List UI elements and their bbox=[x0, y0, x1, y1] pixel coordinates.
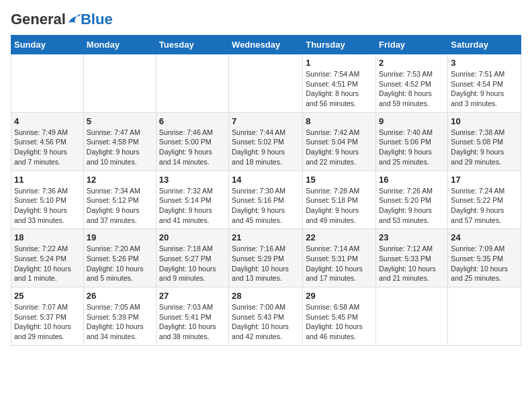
calendar-cell: 4Sunrise: 7:49 AM Sunset: 4:56 PM Daylig… bbox=[11, 112, 84, 171]
calendar-header-row: SundayMondayTuesdayWednesdayThursdayFrid… bbox=[11, 36, 521, 54]
header-saturday: Saturday bbox=[448, 36, 521, 54]
calendar-cell bbox=[229, 54, 303, 113]
calendar-cell: 17Sunrise: 7:24 AM Sunset: 5:22 PM Dayli… bbox=[448, 171, 521, 229]
day-number: 1 bbox=[306, 58, 373, 68]
day-number: 17 bbox=[451, 175, 518, 185]
calendar-cell: 7Sunrise: 7:44 AM Sunset: 5:02 PM Daylig… bbox=[229, 112, 303, 171]
calendar-cell bbox=[448, 287, 521, 346]
calendar-cell: 1Sunrise: 7:54 AM Sunset: 4:51 PM Daylig… bbox=[303, 54, 376, 113]
day-number: 19 bbox=[87, 232, 153, 242]
calendar-cell: 12Sunrise: 7:34 AM Sunset: 5:12 PM Dayli… bbox=[83, 171, 156, 229]
calendar-cell bbox=[11, 54, 84, 113]
calendar-cell: 27Sunrise: 7:03 AM Sunset: 5:41 PM Dayli… bbox=[156, 287, 228, 346]
day-info: Sunrise: 7:34 AM Sunset: 5:12 PM Dayligh… bbox=[87, 186, 153, 226]
day-number: 8 bbox=[306, 116, 373, 126]
day-number: 23 bbox=[379, 232, 445, 242]
calendar-cell: 29Sunrise: 6:58 AM Sunset: 5:45 PM Dayli… bbox=[303, 287, 376, 346]
header-thursday: Thursday bbox=[303, 36, 376, 54]
day-info: Sunrise: 7:51 AM Sunset: 4:54 PM Dayligh… bbox=[451, 69, 518, 109]
calendar-cell bbox=[156, 54, 228, 113]
day-info: Sunrise: 7:53 AM Sunset: 4:52 PM Dayligh… bbox=[379, 69, 445, 109]
day-number: 16 bbox=[379, 175, 445, 185]
day-number: 5 bbox=[87, 116, 153, 126]
day-number: 27 bbox=[159, 291, 226, 301]
calendar-cell: 23Sunrise: 7:12 AM Sunset: 5:33 PM Dayli… bbox=[376, 229, 448, 287]
day-info: Sunrise: 7:14 AM Sunset: 5:31 PM Dayligh… bbox=[306, 244, 373, 283]
day-info: Sunrise: 7:00 AM Sunset: 5:43 PM Dayligh… bbox=[232, 302, 300, 342]
logo: General Blue bbox=[11, 11, 113, 28]
calendar-cell: 28Sunrise: 7:00 AM Sunset: 5:43 PM Dayli… bbox=[229, 287, 303, 346]
day-info: Sunrise: 7:09 AM Sunset: 5:35 PM Dayligh… bbox=[451, 244, 518, 283]
logo-blue: Blue bbox=[81, 11, 113, 28]
day-number: 21 bbox=[232, 232, 300, 242]
day-info: Sunrise: 7:28 AM Sunset: 5:18 PM Dayligh… bbox=[306, 186, 373, 226]
day-info: Sunrise: 7:07 AM Sunset: 5:37 PM Dayligh… bbox=[14, 302, 81, 342]
day-info: Sunrise: 7:36 AM Sunset: 5:10 PM Dayligh… bbox=[14, 186, 81, 226]
calendar-cell: 8Sunrise: 7:42 AM Sunset: 5:04 PM Daylig… bbox=[303, 112, 376, 171]
day-number: 7 bbox=[232, 116, 300, 126]
day-number: 14 bbox=[232, 175, 300, 185]
calendar-cell: 24Sunrise: 7:09 AM Sunset: 5:35 PM Dayli… bbox=[448, 229, 521, 287]
day-info: Sunrise: 7:16 AM Sunset: 5:29 PM Dayligh… bbox=[232, 244, 300, 283]
header-tuesday: Tuesday bbox=[156, 36, 228, 54]
header-wednesday: Wednesday bbox=[229, 36, 303, 54]
page-header: General Blue bbox=[11, 11, 521, 28]
header-friday: Friday bbox=[376, 36, 448, 54]
day-number: 3 bbox=[451, 58, 518, 68]
calendar-week-row: 1Sunrise: 7:54 AM Sunset: 4:51 PM Daylig… bbox=[11, 54, 521, 113]
calendar-table: SundayMondayTuesdayWednesdayThursdayFrid… bbox=[11, 35, 521, 346]
day-number: 9 bbox=[379, 116, 445, 126]
day-info: Sunrise: 7:12 AM Sunset: 5:33 PM Dayligh… bbox=[379, 244, 445, 283]
day-info: Sunrise: 7:05 AM Sunset: 5:39 PM Dayligh… bbox=[87, 302, 153, 342]
calendar-week-row: 11Sunrise: 7:36 AM Sunset: 5:10 PM Dayli… bbox=[11, 171, 521, 229]
day-info: Sunrise: 7:20 AM Sunset: 5:26 PM Dayligh… bbox=[87, 244, 153, 283]
calendar-cell: 9Sunrise: 7:40 AM Sunset: 5:06 PM Daylig… bbox=[376, 112, 448, 171]
logo-general: General bbox=[11, 11, 66, 28]
calendar-cell: 10Sunrise: 7:38 AM Sunset: 5:08 PM Dayli… bbox=[448, 112, 521, 171]
day-info: Sunrise: 7:22 AM Sunset: 5:24 PM Dayligh… bbox=[14, 244, 81, 283]
day-number: 28 bbox=[232, 291, 300, 301]
day-info: Sunrise: 7:42 AM Sunset: 5:04 PM Dayligh… bbox=[306, 128, 373, 167]
calendar-week-row: 25Sunrise: 7:07 AM Sunset: 5:37 PM Dayli… bbox=[11, 287, 521, 346]
header-sunday: Sunday bbox=[11, 36, 84, 54]
day-number: 26 bbox=[87, 291, 153, 301]
header-monday: Monday bbox=[83, 36, 156, 54]
day-info: Sunrise: 7:38 AM Sunset: 5:08 PM Dayligh… bbox=[451, 128, 518, 167]
day-number: 2 bbox=[379, 58, 445, 68]
day-number: 6 bbox=[159, 116, 226, 126]
day-number: 4 bbox=[14, 116, 81, 126]
day-number: 20 bbox=[159, 232, 226, 242]
day-info: Sunrise: 7:44 AM Sunset: 5:02 PM Dayligh… bbox=[232, 128, 300, 167]
day-info: Sunrise: 7:49 AM Sunset: 4:56 PM Dayligh… bbox=[14, 128, 81, 167]
calendar-week-row: 18Sunrise: 7:22 AM Sunset: 5:24 PM Dayli… bbox=[11, 229, 521, 287]
day-info: Sunrise: 7:26 AM Sunset: 5:20 PM Dayligh… bbox=[379, 186, 445, 226]
day-info: Sunrise: 6:58 AM Sunset: 5:45 PM Dayligh… bbox=[306, 302, 373, 342]
day-info: Sunrise: 7:40 AM Sunset: 5:06 PM Dayligh… bbox=[379, 128, 445, 167]
day-info: Sunrise: 7:32 AM Sunset: 5:14 PM Dayligh… bbox=[159, 186, 226, 226]
calendar-cell: 15Sunrise: 7:28 AM Sunset: 5:18 PM Dayli… bbox=[303, 171, 376, 229]
day-number: 24 bbox=[451, 232, 518, 242]
day-info: Sunrise: 7:24 AM Sunset: 5:22 PM Dayligh… bbox=[451, 186, 518, 226]
day-info: Sunrise: 7:18 AM Sunset: 5:27 PM Dayligh… bbox=[159, 244, 226, 283]
calendar-cell: 5Sunrise: 7:47 AM Sunset: 4:58 PM Daylig… bbox=[83, 112, 156, 171]
calendar-cell: 26Sunrise: 7:05 AM Sunset: 5:39 PM Dayli… bbox=[83, 287, 156, 346]
day-number: 11 bbox=[14, 175, 81, 185]
day-info: Sunrise: 7:46 AM Sunset: 5:00 PM Dayligh… bbox=[159, 128, 226, 167]
day-number: 22 bbox=[306, 232, 373, 242]
calendar-cell: 18Sunrise: 7:22 AM Sunset: 5:24 PM Dayli… bbox=[11, 229, 84, 287]
calendar-cell bbox=[83, 54, 156, 113]
calendar-cell: 16Sunrise: 7:26 AM Sunset: 5:20 PM Dayli… bbox=[376, 171, 448, 229]
calendar-week-row: 4Sunrise: 7:49 AM Sunset: 4:56 PM Daylig… bbox=[11, 112, 521, 171]
calendar-cell bbox=[376, 287, 448, 346]
calendar-cell: 6Sunrise: 7:46 AM Sunset: 5:00 PM Daylig… bbox=[156, 112, 228, 171]
calendar-cell: 22Sunrise: 7:14 AM Sunset: 5:31 PM Dayli… bbox=[303, 229, 376, 287]
calendar-cell: 2Sunrise: 7:53 AM Sunset: 4:52 PM Daylig… bbox=[376, 54, 448, 113]
calendar-cell: 21Sunrise: 7:16 AM Sunset: 5:29 PM Dayli… bbox=[229, 229, 303, 287]
calendar-cell: 19Sunrise: 7:20 AM Sunset: 5:26 PM Dayli… bbox=[83, 229, 156, 287]
day-number: 10 bbox=[451, 116, 518, 126]
calendar-cell: 14Sunrise: 7:30 AM Sunset: 5:16 PM Dayli… bbox=[229, 171, 303, 229]
day-number: 12 bbox=[87, 175, 153, 185]
calendar-cell: 20Sunrise: 7:18 AM Sunset: 5:27 PM Dayli… bbox=[156, 229, 228, 287]
day-number: 13 bbox=[159, 175, 226, 185]
calendar-cell: 3Sunrise: 7:51 AM Sunset: 4:54 PM Daylig… bbox=[448, 54, 521, 113]
